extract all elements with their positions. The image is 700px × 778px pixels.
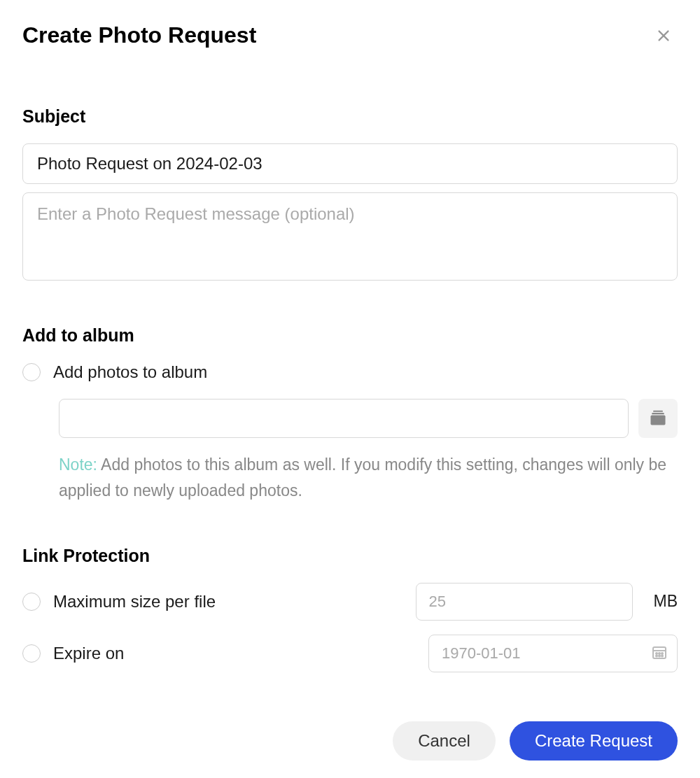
svg-rect-2 — [651, 415, 666, 425]
max-size-unit: MB — [654, 592, 678, 611]
note-label: Note: — [59, 455, 97, 474]
add-to-album-checkbox[interactable] — [22, 363, 41, 381]
max-size-checkbox[interactable] — [22, 593, 41, 611]
dialog-title: Create Photo Request — [22, 22, 256, 48]
note-text: Add photos to this album as well. If you… — [59, 455, 666, 500]
create-request-button[interactable]: Create Request — [510, 721, 678, 761]
album-name-input[interactable] — [59, 399, 629, 438]
expire-checkbox[interactable] — [22, 644, 41, 663]
add-to-album-label: Add photos to album — [53, 362, 207, 382]
albums-icon — [648, 408, 668, 430]
album-section-title: Add to album — [22, 325, 678, 346]
subject-section-title: Subject — [22, 106, 678, 127]
svg-rect-4 — [653, 410, 663, 411]
close-icon — [656, 28, 671, 45]
protection-section-title: Link Protection — [22, 546, 678, 566]
expire-label: Expire on — [53, 644, 416, 663]
svg-rect-3 — [652, 413, 664, 414]
album-picker-button[interactable] — [638, 399, 678, 438]
cancel-button[interactable]: Cancel — [393, 721, 496, 761]
subject-input[interactable] — [22, 143, 678, 184]
close-button[interactable] — [650, 22, 678, 50]
expire-date-input[interactable] — [428, 635, 678, 672]
max-size-label: Maximum size per file — [53, 592, 403, 611]
max-size-input[interactable] — [416, 583, 633, 621]
album-note: Note: Add photos to this album as well. … — [59, 452, 678, 504]
message-textarea[interactable] — [22, 192, 678, 281]
